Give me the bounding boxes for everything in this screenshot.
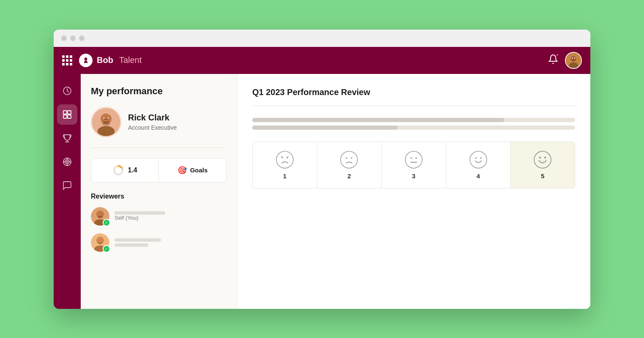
- reviewer-check-1: ✓: [103, 219, 110, 226]
- brand-logo: [79, 54, 93, 67]
- reviewer-info-2: [115, 238, 226, 247]
- browser-dot-3: [79, 35, 85, 41]
- rating-cell-4[interactable]: 4: [446, 142, 510, 188]
- svg-point-43: [544, 157, 546, 158]
- main-body: My performance: [54, 74, 590, 309]
- score-donut: [112, 164, 124, 176]
- reviewer-label-self: Self (You): [115, 215, 226, 221]
- reviewer-bar-1a: [115, 211, 165, 215]
- rating-label-5: 5: [541, 172, 544, 180]
- rating-label-1: 1: [283, 172, 287, 180]
- svg-point-39: [475, 157, 477, 159]
- svg-rect-9: [63, 115, 67, 118]
- svg-point-3: [569, 62, 578, 68]
- svg-point-2: [571, 56, 576, 62]
- sidebar-item-messages[interactable]: [57, 175, 77, 196]
- nav-brand: Bob Talent: [79, 54, 548, 67]
- svg-point-38: [470, 151, 487, 168]
- svg-point-41: [534, 151, 551, 168]
- reviewer-check-2: ✓: [103, 245, 110, 253]
- svg-point-13: [66, 161, 68, 163]
- page-title: My performance: [91, 86, 226, 97]
- rating-label-3: 3: [412, 172, 415, 180]
- svg-point-35: [405, 151, 422, 168]
- goals-label: Goals: [190, 166, 208, 174]
- sidebar-item-performance[interactable]: [57, 81, 77, 101]
- svg-point-12: [65, 160, 69, 164]
- sidebar-item-trophy[interactable]: [57, 128, 77, 148]
- user-avatar[interactable]: [565, 52, 582, 69]
- score-goals-row: 1.4 🎯 Goals: [91, 158, 226, 183]
- svg-point-25: [98, 216, 103, 218]
- profile-info: Rick Clark Account Executive: [128, 113, 177, 131]
- nav-right: [548, 52, 582, 69]
- svg-point-16: [98, 126, 115, 137]
- reviewer-avatar-2: ✓: [91, 233, 109, 252]
- reviewers-title: Reviewers: [91, 193, 226, 200]
- rating-cell-1[interactable]: 1: [252, 142, 317, 188]
- content-area: My performance: [81, 74, 590, 309]
- svg-rect-7: [63, 111, 67, 114]
- reviewer-bar-2a: [115, 238, 161, 242]
- rating-cell-3[interactable]: 3: [381, 142, 446, 188]
- rating-row: 1 2: [252, 142, 575, 188]
- left-panel: My performance: [81, 74, 237, 309]
- svg-point-34: [351, 157, 353, 159]
- reviewer-item-2: ✓: [91, 233, 226, 252]
- profile-role: Account Executive: [128, 124, 177, 131]
- avatar-image: [566, 53, 581, 68]
- reviewer-bar-2b: [115, 243, 148, 247]
- browser-dot-2: [70, 35, 76, 41]
- nav-menu-button[interactable]: [62, 55, 72, 65]
- notification-bell[interactable]: [548, 54, 558, 67]
- progress-bars: [252, 118, 575, 130]
- svg-point-17: [103, 117, 105, 119]
- goals-tab[interactable]: 🎯 Goals: [158, 158, 226, 183]
- svg-point-0: [85, 57, 87, 60]
- profile-avatar: [91, 107, 121, 137]
- progress-fill-2: [252, 125, 398, 130]
- svg-rect-10: [68, 115, 71, 118]
- rating-label-4: 4: [476, 172, 480, 180]
- reviewer-item-self: ✓ Self (You): [91, 207, 226, 226]
- svg-point-18: [107, 117, 109, 119]
- svg-point-19: [102, 122, 110, 125]
- review-title: Q1 2023 Performance Review: [252, 87, 575, 97]
- app-layout: Bob Talent: [54, 47, 590, 309]
- svg-point-5: [574, 57, 575, 59]
- svg-point-42: [539, 157, 541, 158]
- svg-point-32: [341, 151, 357, 168]
- rating-cell-5[interactable]: 5: [510, 142, 575, 188]
- right-panel: Q1 2023 Performance Review: [237, 74, 590, 309]
- svg-point-33: [346, 157, 348, 159]
- review-divider: [252, 106, 575, 106]
- svg-point-29: [276, 151, 293, 168]
- svg-rect-8: [68, 111, 71, 114]
- browser-window: Bob Talent: [54, 30, 590, 309]
- sidebar-item-targets[interactable]: [57, 152, 77, 172]
- rating-label-2: 2: [347, 172, 351, 180]
- svg-point-4: [572, 57, 573, 59]
- rating-cell-2[interactable]: 2: [317, 142, 382, 188]
- score-tab[interactable]: 1.4: [91, 158, 158, 183]
- browser-chrome: [54, 30, 590, 47]
- sidebar: [54, 74, 81, 309]
- brand-name: Bob: [97, 55, 113, 65]
- svg-point-40: [480, 157, 482, 159]
- sidebar-item-tasks[interactable]: [57, 104, 77, 125]
- browser-dot-1: [61, 35, 67, 41]
- top-nav: Bob Talent: [54, 47, 590, 74]
- svg-point-36: [410, 157, 412, 159]
- profile-name: Rick Clark: [128, 113, 177, 123]
- reviewer-avatar-1: ✓: [91, 207, 109, 226]
- notification-dot: [556, 53, 559, 57]
- svg-point-37: [415, 157, 417, 159]
- brand-subtitle: Talent: [119, 55, 142, 65]
- reviewer-info-1: Self (You): [115, 211, 226, 221]
- progress-fill-1: [252, 118, 504, 122]
- score-value: 1.4: [128, 166, 137, 174]
- profile-section: Rick Clark Account Executive: [91, 107, 226, 148]
- goals-icon: 🎯: [177, 166, 187, 175]
- progress-bar-2: [252, 125, 575, 130]
- progress-bar-1: [252, 118, 575, 122]
